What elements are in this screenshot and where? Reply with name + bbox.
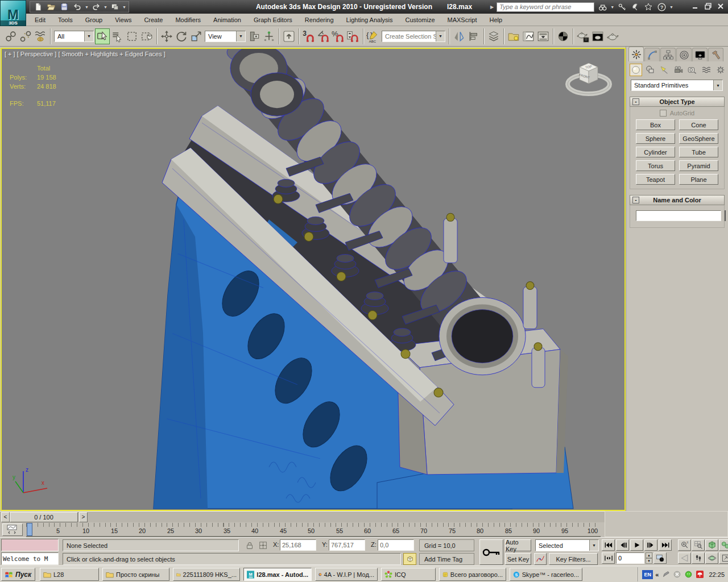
search-icon[interactable]: [597, 2, 607, 12]
zoom-extents-icon[interactable]: [705, 539, 718, 551]
task-skype[interactable]: S Skype™ - racerleo...: [510, 568, 582, 581]
category-cameras[interactable]: [672, 64, 685, 76]
set-keys-button[interactable]: [479, 539, 503, 565]
start-button[interactable]: Пуск: [1, 568, 35, 581]
infocenter-toggle-icon[interactable]: ▶: [490, 5, 494, 10]
add-time-tag[interactable]: Add Time Tag: [419, 553, 474, 565]
redo-icon[interactable]: [90, 2, 102, 12]
render-setup-button[interactable]: [576, 28, 590, 44]
fov-region-icon[interactable]: [678, 552, 691, 564]
viewport-label[interactable]: [ + ] [ Perspective ] [ Smooth + Highlig…: [5, 51, 166, 57]
go-to-start-icon[interactable]: [602, 539, 615, 551]
key-icon[interactable]: [617, 2, 627, 12]
undo-dropdown-icon[interactable]: ▼: [85, 5, 89, 9]
obj-btn-cylinder[interactable]: Cylinder: [636, 147, 675, 157]
tab-utilities[interactable]: [708, 48, 723, 61]
menu-maxscript[interactable]: MAXScript: [441, 14, 483, 26]
task-firefox[interactable]: 4A - W.I.P | Мод...: [315, 568, 378, 581]
select-manipulate-button[interactable]: [262, 28, 276, 44]
named-selection-sets-button[interactable]: { }ABC: [366, 28, 380, 44]
default-tangent-icon[interactable]: [534, 553, 547, 565]
minimize-button[interactable]: [692, 2, 700, 10]
tab-display[interactable]: [692, 48, 708, 61]
category-geometry[interactable]: [630, 64, 642, 76]
scene-states-button[interactable]: [506, 28, 521, 44]
key-mode-toggle-icon[interactable]: [602, 552, 615, 564]
render-production-button[interactable]: [605, 28, 620, 44]
frame-spinner[interactable]: ▲▼: [646, 552, 652, 564]
project-dropdown-icon[interactable]: ▼: [122, 5, 126, 9]
go-to-end-icon[interactable]: [659, 539, 672, 551]
current-frame-marker[interactable]: [27, 523, 32, 536]
tab-motion[interactable]: [676, 48, 692, 61]
set-key-button[interactable]: Set Key: [505, 553, 531, 565]
collapse-icon[interactable]: -: [632, 98, 639, 105]
z-coord-field[interactable]: [378, 539, 414, 551]
zoom-extents-all-icon[interactable]: [719, 539, 728, 551]
category-helpers[interactable]: [686, 64, 698, 76]
collapse-icon[interactable]: -: [632, 197, 639, 203]
coord-system-dropdown[interactable]: View▼: [205, 31, 246, 42]
tab-modify[interactable]: [644, 48, 660, 61]
time-slider-button[interactable]: 0 / 100: [10, 512, 78, 522]
orbit-icon[interactable]: [705, 552, 718, 564]
unlink-button[interactable]: [18, 28, 33, 44]
menu-lighting-analysis[interactable]: Lighting Analysis: [340, 14, 399, 26]
menu-customize[interactable]: Customize: [399, 14, 441, 26]
select-by-name-button[interactable]: [110, 28, 125, 44]
bind-spacewarp-button[interactable]: [33, 28, 48, 44]
tray-antivirus-icon[interactable]: [695, 570, 704, 579]
align-button[interactable]: [466, 28, 481, 44]
viewcube[interactable]: TOP FRONT: [564, 59, 613, 97]
select-link-button[interactable]: [3, 28, 18, 44]
task-hks-folder[interactable]: 225111809 HKS_...: [173, 568, 240, 581]
communication-center-icon[interactable]: [630, 2, 640, 12]
window-crossing-button[interactable]: [139, 28, 154, 44]
close-button[interactable]: [717, 2, 725, 10]
open-file-icon[interactable]: [46, 2, 57, 12]
help-icon[interactable]: ?: [656, 2, 667, 12]
maxscript-listener-line[interactable]: Welcome to M: [1, 552, 59, 565]
object-type-rollout-header[interactable]: - Object Type: [630, 97, 725, 107]
maxscript-mini-listener[interactable]: [1, 539, 59, 551]
chevron-down-icon[interactable]: ▼: [589, 540, 598, 551]
previous-frame-icon[interactable]: [616, 539, 629, 551]
menu-graph-editors[interactable]: Graph Editors: [247, 14, 299, 26]
named-sets-dropdown[interactable]: Create Selection Se▼: [382, 31, 445, 42]
adaptive-degradation-icon[interactable]: [403, 553, 416, 565]
category-shapes[interactable]: [644, 64, 656, 76]
taskbar-clock[interactable]: 22:25: [706, 571, 727, 578]
primitives-category-dropdown[interactable]: Standard Primitives▼: [631, 80, 723, 91]
next-frame-icon[interactable]: [644, 539, 657, 551]
search-dropdown-icon[interactable]: ▼: [610, 5, 614, 9]
y-coord-field[interactable]: [329, 539, 365, 551]
save-file-icon[interactable]: [59, 2, 70, 12]
obj-btn-pyramid[interactable]: Pyramid: [679, 160, 718, 171]
auto-key-button[interactable]: Auto Key: [505, 539, 531, 551]
task-conversations[interactable]: Всего разговоро...: [439, 568, 506, 581]
perspective-viewport[interactable]: [ + ] [ Perspective ] [ Smooth + Highlig…: [1, 48, 626, 511]
object-name-field[interactable]: [636, 210, 721, 221]
angle-snap-button[interactable]: [316, 28, 331, 44]
timeline-ruler[interactable]: 0 5 10 15 20 25 30 35 40 45 50 55 60 65 …: [26, 522, 601, 537]
menu-tools[interactable]: Tools: [52, 14, 79, 26]
chevron-down-icon[interactable]: ▼: [236, 31, 245, 41]
keyboard-override-button[interactable]: [282, 28, 296, 44]
obj-btn-plane[interactable]: Plane: [679, 174, 718, 185]
percent-snap-button[interactable]: %: [331, 28, 346, 44]
curve-editor-button[interactable]: [521, 28, 536, 44]
menu-animation[interactable]: Animation: [207, 14, 247, 26]
prev-frame-arrow[interactable]: <: [1, 512, 10, 522]
object-color-swatch[interactable]: [725, 210, 726, 221]
viewport-canvas[interactable]: [2, 49, 624, 510]
menu-group[interactable]: Group: [79, 14, 109, 26]
snap-3d-button[interactable]: 3: [301, 28, 316, 44]
select-scale-button[interactable]: [189, 28, 204, 44]
chevron-down-icon[interactable]: ▼: [713, 80, 722, 90]
layer-manager-button[interactable]: [486, 28, 501, 44]
next-frame-arrow[interactable]: >: [79, 512, 88, 522]
tab-create[interactable]: [628, 47, 644, 61]
undo-icon[interactable]: [72, 2, 83, 12]
category-spacewarps[interactable]: [700, 64, 713, 76]
current-frame-field[interactable]: [616, 552, 644, 564]
